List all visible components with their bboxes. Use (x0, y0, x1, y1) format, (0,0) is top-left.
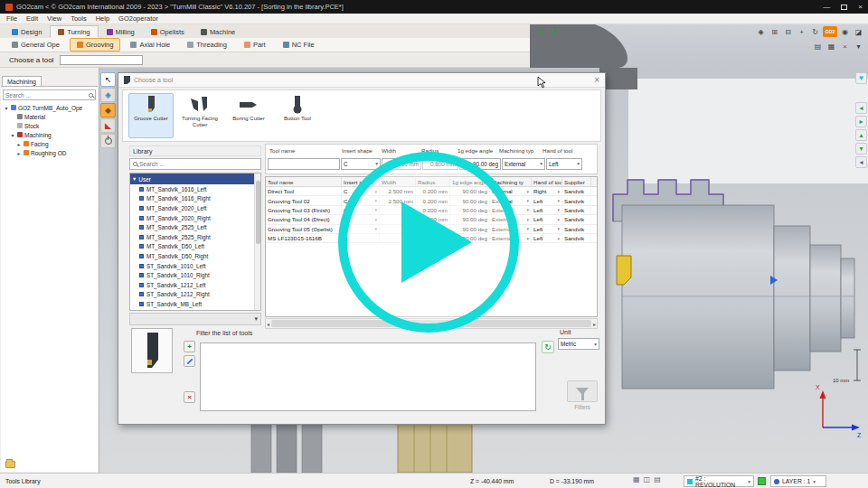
scroll-right-icon[interactable]: ▸ (593, 321, 596, 327)
rotate-view-button[interactable]: ↻ (809, 26, 821, 37)
library-tool-item[interactable]: MT_Sandvik_D50_Left (130, 242, 260, 252)
library-search-input[interactable] (139, 161, 258, 167)
maximize-button[interactable] (841, 5, 847, 10)
library-scrollbar[interactable] (254, 174, 260, 310)
pan-right-button[interactable]: ▸ (855, 116, 867, 127)
library-group-user[interactable]: ▾ User (130, 174, 260, 184)
library-tool-item[interactable]: MT_Sandvik_2525_Left (130, 222, 260, 232)
pan-down-button[interactable]: ▾ (855, 143, 867, 155)
library-tool-item[interactable]: ST_Sandvik_MB_Left (130, 299, 260, 309)
pan-left-button[interactable]: ◂ (855, 102, 867, 114)
column-header[interactable]: Supplier (562, 177, 591, 186)
subtab-threading[interactable]: Threading (180, 38, 234, 52)
menu-view[interactable]: View (47, 14, 61, 23)
tree-item-machining[interactable]: ▾Machining (1, 130, 98, 139)
edit-filter-button[interactable] (184, 355, 195, 367)
tab-machine[interactable]: Machine (193, 25, 243, 38)
close-button[interactable]: × (858, 3, 863, 11)
scroll-left-icon[interactable]: ◂ (267, 321, 269, 327)
view-filter-button[interactable]: ▼ (855, 72, 867, 84)
zoom-all-button[interactable]: ◈ (755, 26, 767, 37)
tab-opelists[interactable]: Opelists (143, 25, 193, 38)
library-tool-item[interactable]: ST_Sandvik_1212_Right (130, 290, 260, 300)
tree-item-facing[interactable]: ▸Facing (1, 139, 98, 148)
library-tool-item[interactable]: ST_Sandvik_1010_Left (130, 261, 260, 271)
color-swatch-green[interactable] (758, 477, 766, 485)
subtab-part[interactable]: Part (237, 38, 273, 52)
tooltype-groove-cutter[interactable]: Groove Cutter (128, 93, 174, 138)
menu-go2operator[interactable]: GO2operator (118, 14, 158, 23)
filter-hand-select[interactable]: Left▾ (546, 158, 582, 170)
filter-insert-shape-select[interactable]: C▾ (341, 158, 381, 170)
tooltype-boring-cutter[interactable]: Boring Cutter (226, 93, 271, 138)
tree-expander-icon[interactable]: ▾ (4, 105, 9, 111)
list-icon[interactable]: ▤ (654, 475, 661, 483)
library-tool-item[interactable]: MT_Sandvik_1616_Right (130, 194, 260, 204)
minimize-button[interactable]: — (823, 3, 830, 11)
go2-logo-button[interactable]: GO2 (823, 26, 837, 37)
tree-item-material[interactable]: Material (1, 112, 98, 121)
display-mode-button[interactable]: ▤ (812, 41, 824, 52)
library-tool-item[interactable]: MT_Sandvik_2020_Left (130, 203, 260, 213)
wireframe-button[interactable]: ▦ (826, 41, 837, 52)
view-front-button[interactable]: ◉ (839, 26, 851, 37)
layers-icon[interactable]: ◫ (644, 475, 651, 483)
subtab-general-ope[interactable]: General Ope (5, 38, 67, 52)
power-button[interactable] (100, 134, 116, 148)
reference-button[interactable]: ◈ (100, 88, 116, 102)
menu-file[interactable]: File (6, 14, 17, 23)
column-header[interactable]: Tool name (266, 177, 342, 186)
tab-design[interactable]: Design (4, 25, 50, 38)
layer-select[interactable]: LAYER : 1 ▾ (770, 475, 826, 487)
filter-machining-select[interactable]: External▾ (502, 158, 545, 170)
left-search-input[interactable] (5, 92, 89, 99)
tooltype-button-tool[interactable]: Button Tool (275, 93, 320, 138)
dialog-close-button[interactable]: × (594, 76, 599, 85)
tree-expander-icon[interactable]: ▸ (16, 141, 22, 147)
unit-select[interactable]: Metric▾ (558, 338, 599, 350)
filter-criteria-area[interactable] (200, 343, 536, 411)
tool-name-input[interactable] (60, 55, 143, 65)
zoom-out-button[interactable]: ⊟ (782, 26, 794, 37)
subtab-axial-hole[interactable]: Axial Hole (123, 38, 177, 52)
filter-tool-name-input[interactable] (268, 158, 340, 170)
tab-turning[interactable]: Turning (50, 25, 98, 38)
tooltype-turning-facing-cutter[interactable]: Turning Facing Cutter (177, 93, 222, 138)
column-header[interactable]: Hand of tool (532, 177, 562, 186)
delete-button[interactable]: × (839, 41, 851, 52)
collapse-button[interactable]: ◂ (855, 156, 867, 168)
menu-help[interactable]: Help (96, 14, 109, 23)
tab-milling[interactable]: Milling (99, 25, 143, 38)
library-bottom-bar[interactable]: ▾ (129, 313, 261, 325)
library-tool-item[interactable]: ST_Sandvik_MB_Right (130, 309, 260, 311)
grid-icon[interactable]: ▦ (633, 475, 640, 483)
remove-filter-button[interactable]: × (184, 391, 195, 403)
scrollbar-thumb[interactable] (256, 181, 260, 244)
filters-button[interactable]: Filters (565, 380, 599, 410)
library-tool-item[interactable]: MT_Sandvik_2525_Right (130, 232, 260, 242)
tree-expander-icon[interactable]: ▾ (10, 132, 15, 138)
menu-tools[interactable]: Tools (71, 14, 87, 23)
tree-item-go2-turnmb-auto-ope[interactable]: ▾GO2 TurnMB_Auto_Ope (1, 103, 98, 112)
zoom-window-button[interactable]: ⊞ (769, 26, 780, 37)
grooving-tool-button[interactable]: ◆ (100, 103, 116, 117)
refresh-filter-button[interactable]: ↻ (542, 341, 554, 353)
add-filter-button[interactable]: + (184, 341, 195, 352)
options-button[interactable]: ▾ (853, 41, 864, 52)
redo-view-button[interactable]: ↻ (549, 26, 561, 37)
video-play-overlay[interactable] (338, 152, 519, 333)
tree-expander-icon[interactable]: ▸ (16, 150, 22, 156)
undo-view-button[interactable]: ↺ (535, 26, 547, 37)
library-tool-item[interactable]: MT_Sandvik_D50_Right (130, 251, 260, 261)
library-tool-item[interactable]: MT_Sandvik_2020_Right (130, 213, 260, 223)
library-tool-item[interactable]: ST_Sandvik_1010_Right (130, 270, 260, 280)
dialog-title-bar[interactable]: Choose a tool × (118, 73, 605, 88)
tree-item-roughing-od[interactable]: ▸Roughing OD (1, 148, 98, 157)
menu-edit[interactable]: Edit (26, 14, 38, 23)
view-iso-button[interactable]: ◪ (853, 26, 864, 37)
subtab-nc-file[interactable]: NC File (276, 38, 322, 52)
library-tool-item[interactable]: MT_Sandvik_1616_Left (130, 184, 260, 194)
pan-up-button[interactable]: ▴ (855, 129, 867, 141)
tree-item-stock[interactable]: Stock (1, 121, 98, 130)
cutter-button[interactable]: ◣ (100, 118, 116, 133)
